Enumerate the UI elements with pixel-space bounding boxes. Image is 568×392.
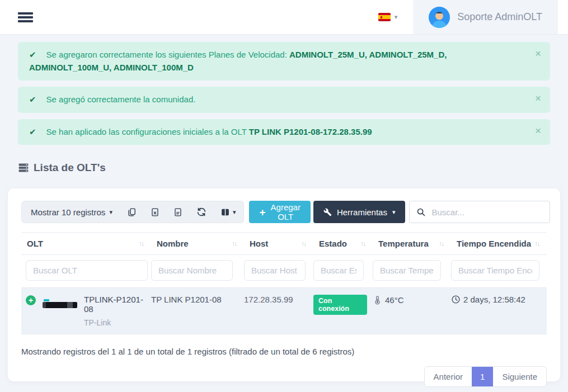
refresh-icon[interactable] bbox=[196, 207, 206, 217]
success-alert: ✔Se agregó correctamente la comunidad. × bbox=[18, 87, 550, 113]
show-entries-dropdown[interactable]: Mostrar 10 registros ▾ bbox=[31, 207, 112, 217]
avatar bbox=[429, 7, 450, 28]
tools-dropdown-button[interactable]: Herramientas ▾ bbox=[313, 201, 406, 223]
user-menu[interactable]: Soporte AdminOLT bbox=[413, 0, 558, 34]
column-header-tiempo-encendida[interactable]: Tiempo Encendida↑↓ bbox=[451, 233, 547, 255]
search-input[interactable] bbox=[431, 207, 543, 217]
page-title: Lista de OLT's bbox=[34, 162, 106, 174]
search-icon bbox=[416, 207, 426, 217]
filter-temperatura-input[interactable] bbox=[373, 260, 441, 281]
wrench-icon bbox=[323, 208, 332, 216]
check-icon: ✔ bbox=[29, 95, 36, 104]
check-icon: ✔ bbox=[29, 50, 36, 59]
plus-icon: + bbox=[259, 207, 265, 218]
clock-icon bbox=[451, 295, 461, 304]
close-icon[interactable]: × bbox=[535, 92, 541, 106]
global-search bbox=[409, 201, 550, 223]
caret-down-icon: ▾ bbox=[109, 209, 112, 215]
hamburger-menu-icon[interactable] bbox=[18, 11, 33, 24]
table-controls-group: Mostrar 10 registros ▾ bbox=[21, 201, 244, 223]
tools-label: Herramientas bbox=[337, 207, 387, 217]
close-icon[interactable]: × bbox=[535, 124, 541, 138]
sort-icon: ↑↓ bbox=[360, 240, 367, 248]
success-alert: ✔Se agregaron correctamente los siguient… bbox=[18, 42, 550, 81]
sort-icon: ↑↓ bbox=[139, 240, 145, 248]
pagination-page-1[interactable]: 1 bbox=[472, 367, 493, 386]
olt-name: TPLINK-P1201-08 bbox=[84, 295, 145, 314]
olt-table: OLT↑↓ Nombre↑↓ Host↑↓ Estado↑↓ Temperatu… bbox=[21, 232, 547, 334]
export-file-icon[interactable] bbox=[173, 207, 182, 218]
success-alert: ✔Se han aplicado las configuraciones ini… bbox=[18, 119, 550, 145]
export-excel-icon[interactable] bbox=[151, 207, 159, 218]
filter-nombre-input[interactable] bbox=[151, 260, 233, 281]
thermometer-icon bbox=[373, 295, 382, 305]
add-olt-button[interactable]: + Agregar OLT bbox=[249, 201, 310, 223]
alert-bold-text: TP LINK P1201-08-172.28.35.99 bbox=[249, 127, 372, 136]
sort-icon: ↑↓ bbox=[232, 240, 238, 248]
caret-down-icon: ▾ bbox=[392, 209, 396, 215]
cell-temperatura: 46°C bbox=[385, 295, 404, 305]
filter-tiempo-input[interactable] bbox=[451, 260, 539, 281]
column-visibility-dropdown[interactable]: ▾ bbox=[220, 207, 236, 217]
expand-row-icon[interactable]: + bbox=[26, 295, 36, 305]
column-header-olt[interactable]: OLT↑↓ bbox=[21, 233, 151, 255]
caret-down-icon: ▾ bbox=[233, 209, 236, 215]
check-icon: ✔ bbox=[29, 127, 36, 136]
sort-icon: ↑↓ bbox=[301, 240, 308, 248]
column-header-estado[interactable]: Estado↑↓ bbox=[313, 233, 373, 255]
add-olt-label: Agregar OLT bbox=[271, 202, 301, 221]
language-dropdown[interactable]: ▾ bbox=[378, 13, 398, 21]
alert-text: Se agregaron correctamente los siguiente… bbox=[46, 50, 289, 59]
filter-estado-input[interactable] bbox=[313, 260, 364, 281]
table-row: + TPLINK-P1201-08 TP-Link TP LINK P1201-… bbox=[21, 288, 547, 334]
user-name: Soporte AdminOLT bbox=[457, 11, 542, 23]
cell-tiempo-encendida: 2 days, 12:58:42 bbox=[463, 295, 525, 304]
filter-host-input[interactable] bbox=[244, 260, 306, 281]
status-badge: Con conexión bbox=[313, 295, 367, 315]
caret-down-icon: ▾ bbox=[395, 14, 398, 20]
alert-text: Se han aplicado las configuraciones inic… bbox=[46, 127, 249, 136]
alert-text: Se agregó correctamente la comunidad. bbox=[46, 95, 196, 104]
olt-list-card: Mostrar 10 registros ▾ bbox=[8, 188, 560, 381]
column-header-host[interactable]: Host↑↓ bbox=[244, 233, 313, 255]
show-entries-label: Mostrar 10 registros bbox=[31, 207, 105, 217]
pagination-next[interactable]: Siguiente bbox=[493, 367, 546, 386]
cell-nombre: TP LINK P1201-08 bbox=[151, 288, 244, 334]
spain-flag-icon bbox=[378, 13, 391, 21]
copy-icon[interactable] bbox=[127, 207, 137, 218]
server-icon bbox=[18, 162, 29, 173]
pagination: Anterior 1 Siguiente bbox=[424, 366, 547, 387]
filter-olt-input[interactable] bbox=[26, 260, 148, 281]
table-summary: Mostrando registros del 1 al 1 de un tot… bbox=[21, 347, 547, 356]
close-icon[interactable]: × bbox=[535, 47, 541, 61]
cell-host: 172.28.35.99 bbox=[244, 288, 313, 334]
sort-icon: ↑↓ bbox=[439, 240, 445, 248]
olt-brand: TP-Link bbox=[84, 318, 145, 327]
pagination-prev[interactable]: Anterior bbox=[425, 367, 472, 386]
sort-icon: ↑↓ bbox=[534, 240, 541, 248]
top-navbar: ▾ Soporte AdminOLT bbox=[0, 0, 568, 35]
olt-device-image bbox=[43, 299, 77, 308]
column-header-temperatura[interactable]: Temperatura↑↓ bbox=[373, 233, 451, 255]
column-header-nombre[interactable]: Nombre↑↓ bbox=[151, 233, 244, 255]
